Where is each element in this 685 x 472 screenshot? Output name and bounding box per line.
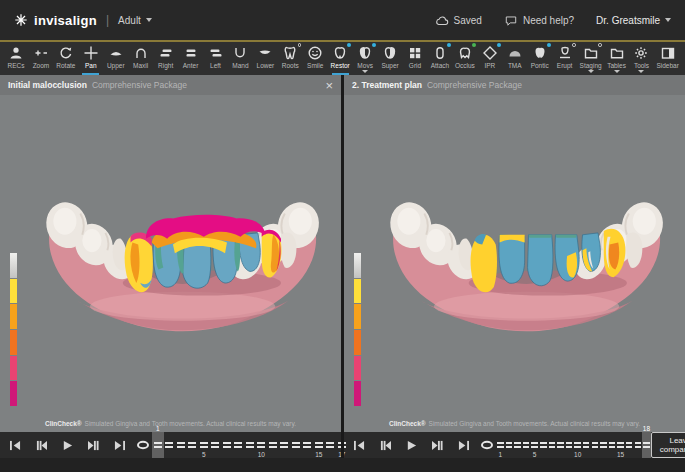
teeth-model-initial[interactable] (37, 175, 327, 339)
stage-marker-7[interactable] (221, 432, 233, 458)
skip-start-button[interactable] (9, 440, 22, 451)
stage-marker-6[interactable] (210, 432, 222, 458)
toolbar-right-button[interactable]: Right (155, 44, 177, 75)
tooth-half-icon (357, 45, 373, 61)
step-forward-button[interactable] (87, 440, 100, 451)
stage-marker-8[interactable] (556, 432, 565, 458)
toolbar-ipr-button[interactable]: IPR (479, 44, 501, 75)
stage-marker-4[interactable] (187, 432, 199, 458)
toolbar-attach-button[interactable]: Attach (429, 44, 451, 75)
toolbar-mand-button[interactable]: Mand (229, 44, 251, 75)
stage-marker-12[interactable] (279, 432, 291, 458)
play-button[interactable] (61, 440, 74, 451)
need-help-label: Need help? (523, 15, 574, 26)
leave-comparison-button[interactable]: Leave comparison (651, 432, 685, 458)
stage-marker-18[interactable]: 18 (642, 432, 651, 458)
stage-tick (523, 441, 530, 450)
stage-marker-2[interactable] (164, 432, 176, 458)
toolbar-restor-button[interactable]: Restor (329, 44, 351, 75)
skip-start-button[interactable] (353, 440, 366, 451)
stage-marker-14[interactable] (302, 432, 314, 458)
panel-divider (341, 75, 344, 458)
toolbar-anter-button[interactable]: Anter (180, 44, 202, 75)
stage-tick (583, 441, 590, 450)
patient-type-dropdown[interactable]: Adult (118, 15, 152, 26)
diamond-icon (482, 45, 498, 61)
step-back-button[interactable] (379, 440, 392, 451)
toolbar-tables-button[interactable]: Tables (606, 44, 628, 75)
scale-segment-3 (10, 330, 17, 355)
stage-marker-15[interactable]: 15 (313, 432, 325, 458)
stage-marker-13[interactable] (599, 432, 608, 458)
toolbar-left-button[interactable]: Left (205, 44, 227, 75)
stage-tick (557, 441, 564, 450)
stage-marker-15[interactable]: 15 (616, 432, 625, 458)
toolbar-smile-button[interactable]: Smile (304, 44, 326, 75)
stage-zero-marker[interactable] (480, 440, 494, 450)
toolbar-tools-button[interactable]: Tools (630, 44, 652, 75)
toolbar-roots-button[interactable]: Roots (279, 44, 301, 75)
stage-marker-13[interactable] (290, 432, 302, 458)
stage-marker-1[interactable]: 1 (496, 432, 505, 458)
toolbar-lower-button[interactable]: Lower (254, 44, 276, 75)
skip-end-button[interactable] (457, 440, 470, 451)
toolbar-staging-button[interactable]: Staging (579, 44, 603, 75)
stage-tick (211, 441, 219, 450)
toolbar-upper-button[interactable]: Upper (105, 44, 127, 75)
stage-zero-marker[interactable] (136, 440, 150, 450)
toolbar-movs-button[interactable]: Movs (354, 44, 376, 75)
toolbar-recs-button[interactable]: RECs (5, 44, 27, 75)
stage-tick (531, 441, 538, 450)
stage-marker-10[interactable]: 10 (256, 432, 268, 458)
toolbar-occlus-button[interactable]: Occlus (454, 44, 476, 75)
doctor-menu[interactable]: Dr. Greatsmile (596, 15, 671, 26)
playback-treatment: 15101518 Leave comparison (344, 432, 685, 458)
teeth-model-treatment[interactable] (381, 175, 671, 339)
stage-marker-11[interactable] (267, 432, 279, 458)
stage-marker-11[interactable] (582, 432, 591, 458)
stage-marker-16[interactable] (325, 432, 337, 458)
stage-marker-10[interactable]: 10 (573, 432, 582, 458)
toolbar-label: Upper (107, 62, 125, 69)
stage-marker-8[interactable] (233, 432, 245, 458)
toolbar-super-button[interactable]: Super (379, 44, 401, 75)
step-back-icon (35, 440, 48, 451)
stage-marker-9[interactable] (244, 432, 256, 458)
toolbar-label: Pontic (531, 62, 549, 69)
stage-marker-2[interactable] (505, 432, 514, 458)
need-help-button[interactable]: Need help? (504, 15, 574, 26)
skip-end-button[interactable] (113, 440, 126, 451)
stage-marker-4[interactable] (522, 432, 531, 458)
toolbar-label: Staging (580, 62, 602, 69)
stage-marker-7[interactable] (548, 432, 557, 458)
toolbar-zoom-button[interactable]: Zoom (30, 44, 52, 75)
stage-marker-12[interactable] (591, 432, 600, 458)
view-left-icon (208, 45, 224, 61)
stage-marker-5[interactable]: 5 (530, 432, 539, 458)
toolbar-pan-button[interactable]: Pan (80, 44, 102, 75)
toolbar-sidebar-button[interactable]: Sidebar (655, 44, 679, 75)
step-back-button[interactable] (35, 440, 48, 451)
toolbar-grid-button[interactable]: Grid (404, 44, 426, 75)
play-button[interactable] (405, 440, 418, 451)
brand-name: invisalign (34, 13, 97, 28)
badge-green (472, 43, 476, 47)
toolbar-erupt-button[interactable]: Erupt (554, 44, 576, 75)
toolbar-maxil-button[interactable]: Maxil (130, 44, 152, 75)
step-forward-button[interactable] (431, 440, 444, 451)
stage-marker-14[interactable] (608, 432, 617, 458)
toolbar-tma-button[interactable]: TMA (504, 44, 526, 75)
toolbar-pontic-button[interactable]: Pontic (529, 44, 551, 75)
stage-marker-9[interactable] (565, 432, 574, 458)
stage-marker-6[interactable] (539, 432, 548, 458)
stage-marker-5[interactable]: 5 (198, 432, 210, 458)
toolbar-rotate-button[interactable]: Rotate (55, 44, 77, 75)
stage-marker-16[interactable] (625, 432, 634, 458)
stage-marker-3[interactable] (513, 432, 522, 458)
stage-marker-17[interactable] (634, 432, 643, 458)
close-icon[interactable]: × (325, 79, 333, 92)
badge-blue (372, 43, 376, 47)
arch-lower-icon (257, 45, 273, 61)
stage-marker-3[interactable] (175, 432, 187, 458)
stage-marker-1[interactable]: 1 (152, 432, 164, 458)
